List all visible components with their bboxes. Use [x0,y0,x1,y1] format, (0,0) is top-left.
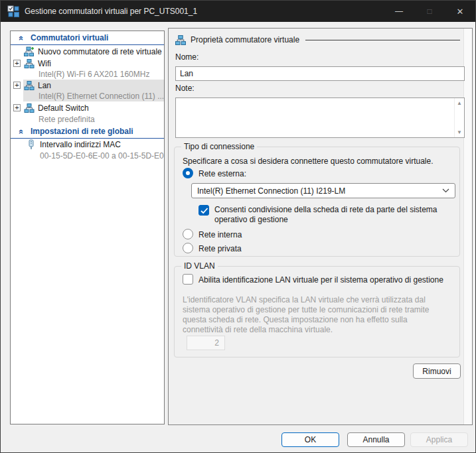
connection-description: Specificare a cosa si desidera connetter… [183,157,434,166]
minimize-button[interactable]: — [384,1,414,22]
external-network-label: Rete esterna: [198,169,246,178]
sidebar-item-lan[interactable]: + Lan [11,80,164,91]
enable-vlan-checkbox[interactable] [183,274,193,285]
sidebar-item-subtitle: 00-15-5D-E0-6E-00 a 00-15-5D-E0... [11,151,164,161]
apply-button: Applica [410,432,468,447]
network-adapter-value: Intel(R) Ethernet Connection (11) I219-L… [197,186,442,196]
sidebar-item-default-switch[interactable]: + Default Switch [11,101,164,114]
section-header-label: Impostazioni di rete globali [31,127,133,136]
chevron-down-icon [442,188,449,193]
virtual-switch-icon [24,103,35,113]
expand-icon[interactable]: + [13,60,21,67]
enable-vlan-label: Abilita identificazione LAN virtuale per… [198,275,443,285]
vlan-id-input [187,336,225,350]
section-header-label: Commutatori virtuali [31,33,108,42]
expand-icon[interactable]: + [13,104,21,111]
virtual-switch-manager-window: Gestione commutatori virtuali per PC_UTS… [0,0,476,453]
titlebar: Gestione commutatori virtuali per PC_UTS… [1,1,475,22]
scroll-up-icon[interactable]: ▲ [457,100,462,106]
minimize-icon: — [395,7,403,16]
vlan-group-title: ID VLAN [181,261,218,271]
network-adapter-select[interactable]: Intel(R) Ethernet Connection (11) I219-L… [191,183,455,198]
sidebar-item-label: Nuovo commutatore di rete virtuale [38,47,162,56]
notes-input[interactable] [176,98,454,137]
sidebar-item-wifi[interactable]: + Wifi [11,58,164,69]
notes-label: Note: [175,84,195,93]
private-network-label: Rete privata [198,244,242,253]
private-network-radio[interactable] [183,243,193,253]
section-global-network-settings[interactable]: » Impostazioni di rete globali [11,125,164,138]
sidebar-item-subtitle: Intel(R) Ethernet Connection (11) ... [11,91,164,101]
notes-scrollbar[interactable]: ▲ ▼ [454,98,464,137]
switch-properties-panel: Proprietà commutatore virtuale Nome: Not… [168,28,473,425]
close-icon: ✕ [457,7,464,17]
internal-network-label: Rete interna [198,230,242,239]
connection-type-group: Tipo di connessione Specificare a cosa s… [174,147,460,257]
ok-button[interactable]: OK [281,432,339,447]
remove-button[interactable]: Rimuovi [413,363,461,379]
section-rule [305,40,460,40]
sidebar-item-subtitle: Rete predefinita [11,114,164,125]
sidebar-item-label: Lan [38,81,51,90]
external-network-radio[interactable] [183,168,193,178]
window-title: Gestione commutatori virtuali per PC_UTS… [25,7,197,16]
section-title: Proprietà commutatore virtuale [191,35,299,44]
expand-icon[interactable]: + [13,82,21,89]
cancel-button[interactable]: Annulla [347,432,405,447]
share-adapter-label: Consenti condivisione della scheda di re… [214,205,459,225]
name-input[interactable] [175,66,465,81]
switch-list-panel: » Commutatori virtuali Nuovo commutatore… [10,31,165,424]
maximize-icon: □ [427,7,432,16]
app-icon [7,5,19,17]
new-virtual-switch-icon [24,46,35,56]
scroll-down-icon[interactable]: ▼ [457,129,462,135]
sidebar-item-lan-selected[interactable]: + Lan Intel(R) Ethernet Connection (11) … [11,80,164,101]
virtual-switch-icon [175,35,186,45]
collapse-icon[interactable]: » [15,33,25,42]
share-adapter-checkbox[interactable] [198,205,209,216]
vlan-description: L'identificatore VLAN specifica la LAN v… [183,295,449,335]
sidebar-item-label: Intervallo indirizzi MAC [40,140,121,149]
sidebar-item-label: Default Switch [38,103,89,113]
name-label: Nome: [175,52,198,62]
mac-address-icon [28,139,35,150]
internal-network-radio[interactable] [183,229,193,239]
check-icon [200,208,208,214]
virtual-switch-icon [24,59,35,68]
maximize-button: □ [414,1,445,22]
connection-group-title: Tipo di connessione [181,142,257,151]
sidebar-item-label: Wifi [38,59,51,68]
notes-field-frame: ▲ ▼ [175,97,465,138]
properties-section-header: Proprietà commutatore virtuale [175,34,460,46]
sidebar-item-new-switch[interactable]: Nuovo commutatore di rete virtuale [11,45,164,58]
sidebar-item-subtitle: Intel(R) Wi-Fi 6 AX201 160MHz [11,69,164,80]
virtual-switch-icon [24,81,35,90]
sidebar-item-mac-range[interactable]: Intervallo indirizzi MAC [11,139,164,151]
section-virtual-switches[interactable]: » Commutatori virtuali [11,31,164,44]
close-button[interactable]: ✕ [445,1,475,22]
panel-scrollbar[interactable] [463,29,472,424]
collapse-icon[interactable]: » [15,127,25,136]
vlan-group: ID VLAN Abilita identificazione LAN virt… [174,266,460,357]
